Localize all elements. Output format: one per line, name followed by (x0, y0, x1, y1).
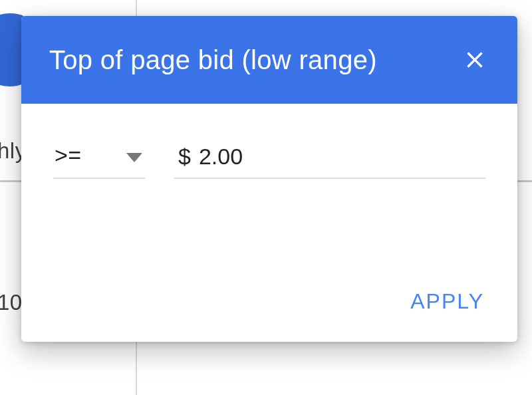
close-icon (462, 47, 488, 73)
chevron-down-icon (126, 153, 142, 162)
currency-symbol: $ (178, 144, 191, 170)
dialog-body: >= $ (21, 104, 517, 283)
dialog-header: Top of page bid (low range) (21, 16, 517, 104)
apply-button[interactable]: APPLY (400, 283, 495, 321)
operator-dropdown[interactable]: >= (53, 142, 145, 179)
operator-selected-value: >= (55, 142, 82, 168)
amount-input[interactable] (199, 144, 483, 170)
filter-row: >= $ (53, 142, 485, 179)
dialog-footer: APPLY (21, 283, 517, 342)
dialog-title: Top of page bid (low range) (49, 45, 377, 75)
filter-dialog: Top of page bid (low range) >= $ APPLY (21, 16, 517, 342)
value-field[interactable]: $ (174, 144, 485, 179)
background-text-fragment: 10 (0, 290, 23, 315)
close-button[interactable] (458, 43, 492, 77)
